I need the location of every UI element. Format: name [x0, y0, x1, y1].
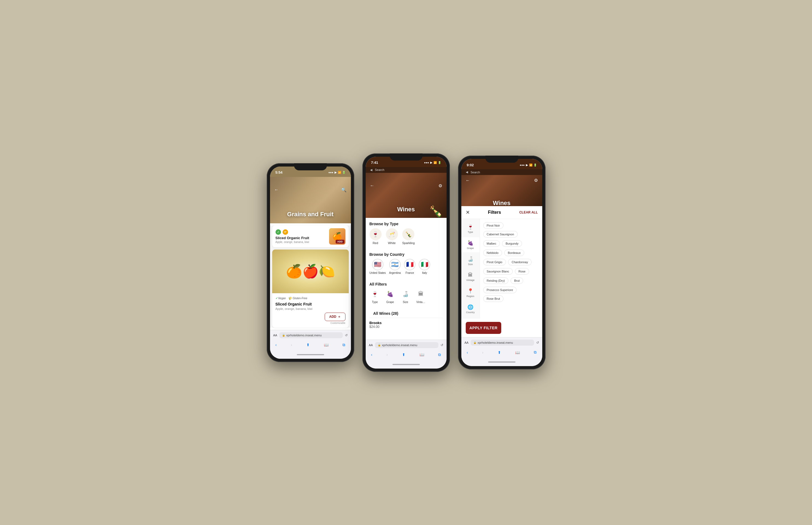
sidebar-country[interactable]: 🌐 Country — [461, 301, 480, 316]
chip-chardonnay[interactable]: Chardonnay — [508, 259, 532, 265]
status-time-1: 5:54 — [275, 170, 282, 175]
status-icons-3: ●●●▶📶🔋 — [520, 164, 537, 167]
add-btn-large[interactable]: ADD ＋ — [325, 313, 346, 321]
chip-rose[interactable]: Rose — [515, 268, 529, 275]
safari-back-2[interactable]: ‹ — [371, 352, 373, 357]
close-filters-btn[interactable]: ✕ — [466, 209, 470, 215]
safari-share-2[interactable]: ⬆ — [402, 352, 405, 357]
safari-back-1[interactable]: ‹ — [275, 343, 277, 347]
chip-prosecco[interactable]: Prosecco Superiore — [483, 287, 517, 293]
safari-reload-1[interactable]: ↺ — [345, 333, 348, 337]
it-label: Italy — [422, 271, 427, 274]
safari-bookmarks-3[interactable]: 📖 — [515, 350, 520, 355]
wines-back-icon[interactable]: ← — [370, 183, 374, 188]
country-ar[interactable]: 🇦🇷 Argentina — [389, 259, 401, 274]
sidebar-type[interactable]: 🍷 Type — [461, 221, 480, 236]
phone3-back-icon[interactable]: ← — [466, 178, 470, 183]
safari-forward-3[interactable]: › — [482, 350, 483, 355]
chips-row-5: Sauvignon Blanc Rose — [483, 268, 539, 275]
red-label: Red — [373, 241, 378, 245]
phone-1: 5:54 ●●●▶📶🔋 ← 🔍 Grains and Fruit — [267, 163, 354, 362]
type-sparkling[interactable]: 🍾 Sparkling — [402, 228, 415, 245]
type-grid: 🍷 Red 🥂 White 🍾 Sparkling — [366, 228, 447, 249]
chip-brut[interactable]: Brut — [510, 278, 523, 284]
fruit-plate-image: 🍊🍎🍋 — [272, 250, 349, 293]
safari-aa-2[interactable]: AA — [369, 343, 373, 347]
phone1-nav: ← 🔍 — [270, 187, 351, 193]
safari-tabs-1[interactable]: ⧉ — [343, 343, 345, 347]
sidebar-region[interactable]: 📍 Region — [461, 285, 480, 300]
safari-share-1[interactable]: ⬆ — [306, 343, 310, 347]
chip-pinot-noir[interactable]: Pinot Noir — [483, 222, 504, 229]
filter-grape-icon: 🍇 — [385, 288, 396, 300]
filter-size-icon: 🍶 — [400, 288, 411, 300]
add-btn-small-1[interactable]: ADD — [336, 240, 344, 243]
country-us[interactable]: 🇺🇸 United States — [369, 259, 386, 274]
safari-share-3[interactable]: ⬆ — [498, 350, 501, 355]
filter-size[interactable]: 🍶 Size — [400, 288, 411, 304]
chip-sauv-blanc[interactable]: Sauvignon Blanc — [483, 268, 513, 275]
filter-type[interactable]: 🍷 Type — [369, 288, 380, 304]
type-white[interactable]: 🥂 White — [386, 228, 398, 245]
filter-grape[interactable]: 🍇 Grape — [385, 288, 396, 304]
filter-type-label: Type — [372, 301, 378, 304]
item-badges-1: ✓ GF — [275, 229, 329, 235]
safari-tabs-2[interactable]: ⧉ — [438, 352, 441, 357]
safari-url-2[interactable]: 🔒 xprhoteldemo.inseat.menu — [375, 342, 438, 348]
apply-filter-button[interactable]: APPLY FILTER — [466, 322, 502, 334]
type-red[interactable]: 🍷 Red — [369, 228, 381, 245]
safari-back-3[interactable]: ‹ — [467, 350, 468, 355]
wine-bottle-img: 🍾 — [429, 205, 443, 218]
chip-pinot-grigio[interactable]: Pinot Grigio — [483, 259, 506, 265]
chips-row-4: Pinot Grigio Chardonnay — [483, 259, 539, 265]
white-label: White — [388, 241, 395, 245]
sparkling-icon: 🍾 — [402, 228, 414, 240]
back-icon[interactable]: ← — [274, 187, 279, 192]
safari-bar-1: AA 🔒 xprhoteldemo.inseat.menu ↺ — [270, 330, 351, 341]
chip-rose-brut[interactable]: Rose Brut — [483, 296, 504, 302]
chip-cabernet[interactable]: Cabernet Sauvignon — [483, 231, 518, 238]
search-bar-label: Search — [375, 168, 385, 171]
filter-vintage[interactable]: 🏛 Vinta… — [416, 288, 426, 304]
search-icon[interactable]: 🔍 — [341, 187, 347, 193]
sidebar-vintage-label: Vintage — [466, 279, 475, 282]
chip-reisling[interactable]: Reisling (Dry) — [483, 278, 509, 284]
clear-all-button[interactable]: CLEAR ALL — [519, 210, 538, 214]
item-large-desc: Apple, orange, banana, kiwi — [275, 307, 346, 311]
sidebar-vintage[interactable]: 🏛 Vintage — [461, 269, 480, 284]
sparkling-label: Sparkling — [402, 241, 415, 245]
sidebar-grape[interactable]: 🍇 Grape — [461, 237, 480, 252]
phone3-filter-icon[interactable]: ⚙ — [534, 178, 538, 183]
country-it[interactable]: 🇮🇹 Italy — [419, 259, 430, 274]
gf-badge: GF — [282, 229, 288, 235]
sidebar-region-label: Region — [466, 295, 475, 298]
safari-tabs-3[interactable]: ⧉ — [534, 350, 537, 355]
safari-forward-1[interactable]: › — [291, 343, 292, 347]
chip-bordeaux[interactable]: Bordeaux — [504, 250, 524, 256]
safari-reload-3[interactable]: ↺ — [536, 341, 539, 345]
safari-aa-1[interactable]: AA — [273, 334, 277, 337]
item-large-name: Sliced Organic Fruit — [275, 302, 346, 306]
sidebar-size[interactable]: 🍶 Size — [461, 253, 480, 268]
filter-size-label: Size — [403, 301, 408, 304]
safari-bookmarks-1[interactable]: 📖 — [324, 343, 329, 347]
wine-item-brooks[interactable]: Brooks $24.00 — [369, 318, 443, 331]
chip-malbec[interactable]: Malbec — [483, 240, 500, 247]
chips-row-7: Prosecco Superiore Rose Brut — [483, 287, 539, 302]
vegan-label: ✓ Vegan — [275, 297, 286, 300]
safari-url-1[interactable]: 🔒 xprhoteldemo.inseat.menu — [279, 332, 343, 338]
safari-bookmarks-2[interactable]: 📖 — [420, 352, 424, 357]
ar-label: Argentina — [389, 271, 401, 274]
country-fr[interactable]: 🇫🇷 France — [404, 259, 416, 274]
wines-filter-icon[interactable]: ⚙ — [438, 183, 442, 189]
wine-brooks-price: $24.00 — [369, 325, 443, 329]
safari-forward-2[interactable]: › — [387, 352, 388, 357]
safari-reload-2[interactable]: ↺ — [440, 343, 443, 347]
filters-body: 🍷 Type 🍇 Grape 🍶 Size 🏛 — [461, 219, 542, 319]
chip-burgundy[interactable]: Burgundy — [502, 240, 522, 247]
safari-aa-3[interactable]: AA — [465, 341, 469, 344]
chip-nebbiolo[interactable]: Nebbiolo — [483, 250, 502, 256]
sidebar-vintage-icon: 🏛 — [468, 272, 473, 278]
category-title: Grains and Fruit — [287, 211, 334, 218]
safari-url-3[interactable]: 🔒 xprhoteldemo.inseat.menu — [470, 340, 534, 346]
